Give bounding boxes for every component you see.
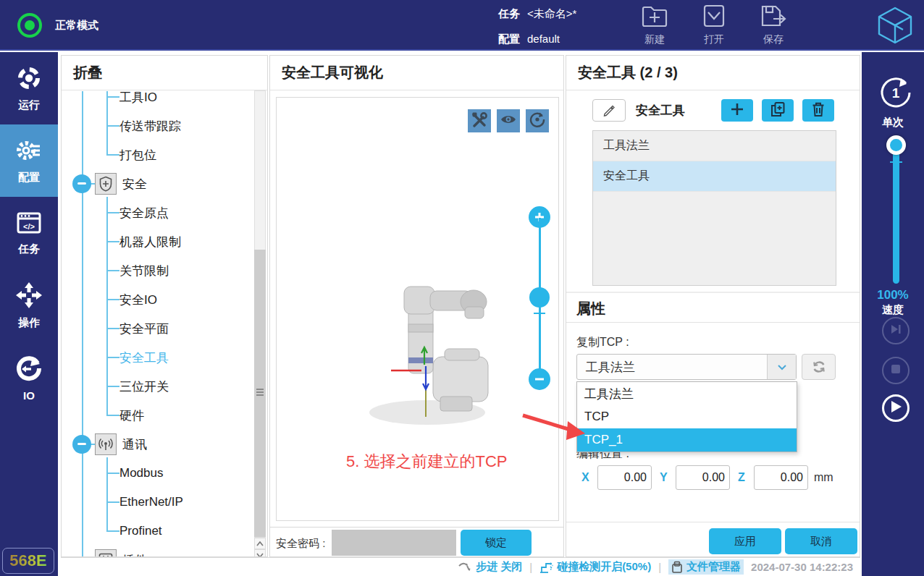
safety-password-bar: 安全密码 : 锁定 (270, 527, 563, 558)
speed-slider-handle[interactable] (886, 135, 906, 155)
collision-icon (539, 561, 553, 574)
tree-item-打包位[interactable]: 打包位 (62, 140, 250, 169)
collapse-toggle-icon[interactable] (72, 435, 91, 454)
tree-item-Modbus[interactable]: Modbus (62, 459, 250, 488)
tree-item-安全[interactable]: 安全 (62, 169, 250, 198)
tree-item-Profinet[interactable]: Profinet (62, 517, 250, 546)
rail-item-任务[interactable]: </>任务 (0, 197, 58, 269)
position-input-x[interactable] (597, 465, 652, 490)
eye-icon (500, 113, 517, 129)
eye-button[interactable] (497, 109, 520, 132)
position-input-y[interactable] (676, 465, 730, 490)
task-row: 任务<未命名>* (498, 7, 576, 21)
step-mode-status[interactable]: 步进 关闭 (458, 560, 522, 574)
tree-item-label: Profinet (119, 524, 162, 538)
open-file-button[interactable]: 打开 (695, 3, 733, 46)
tutorial-annotation: 5. 选择之前建立的TCP (346, 451, 507, 473)
collision-detection-status[interactable]: 碰撞检测开启(50%) (539, 560, 651, 574)
collapse-toggle-icon[interactable] (72, 174, 91, 193)
brand-cube-logo (875, 5, 915, 48)
io-cycle-icon (15, 355, 43, 385)
run-target-icon (16, 65, 42, 94)
visualization-title: 安全工具可视化 (282, 63, 383, 82)
config-tree-panel: 折叠 工具IO传送带跟踪打包位安全安全原点机器人限制关节限制安全IO安全平面安全… (61, 55, 268, 557)
tree-item-关节限制[interactable]: 关节限制 (62, 256, 250, 285)
tree-item-安全IO[interactable]: 安全IO (62, 285, 250, 314)
step-to-end-button[interactable] (882, 317, 910, 344)
save-button[interactable]: 保存 (755, 3, 792, 46)
cancel-button[interactable]: 取消 (785, 528, 857, 554)
rail-item-运行[interactable]: 运行 (0, 52, 58, 124)
zoom-slider-tick (534, 313, 545, 314)
tcp-dropdown[interactable]: 工具法兰 (576, 354, 797, 380)
tree-item-安全工具[interactable]: 安全工具 (62, 343, 250, 372)
tcp-option-TCP_1[interactable]: TCP_1 (577, 428, 797, 452)
rail-item-操作[interactable]: 操作 (0, 269, 58, 342)
zoom-slider-handle[interactable] (529, 287, 550, 308)
reset-view-button[interactable] (526, 109, 549, 132)
left-nav-rail: 运行配置</>任务操作IO 568E (0, 52, 58, 576)
tree-item-安全原点[interactable]: 安全原点 (62, 198, 250, 227)
duplicate-tool-button[interactable] (762, 99, 794, 122)
lock-button[interactable]: 锁定 (461, 530, 532, 556)
tree-item-EtherNet/IP[interactable]: EtherNet/IP (62, 488, 250, 517)
tree-item-安全平面[interactable]: 安全平面 (62, 314, 250, 343)
tree-item-传送带跟踪[interactable]: 传送带跟踪 (62, 111, 250, 140)
tree-item-label: 插件 (122, 552, 147, 558)
topbar-actions: 新建打开保存 (636, 3, 792, 46)
svg-text:1: 1 (892, 85, 900, 101)
add-tool-button[interactable] (721, 99, 753, 122)
play-button[interactable] (882, 394, 910, 422)
tool-list-item-工具法兰[interactable]: 工具法兰 (593, 131, 836, 161)
viewport-toolbar (468, 109, 549, 132)
tool-list-item-安全工具[interactable]: 安全工具 (593, 161, 836, 192)
rail-item-配置[interactable]: 配置 (0, 124, 58, 197)
new-file-button[interactable]: 新建 (636, 3, 673, 46)
refresh-tcp-button[interactable] (802, 354, 836, 380)
safety-tool-panel: 安全工具 (2 / 3) 安全工具 工具法兰安全工具 属性 复制TCP : 工具… (566, 55, 860, 557)
rail-item-IO[interactable]: IO (0, 342, 58, 414)
robot-arm-figure (364, 282, 537, 449)
tree-item-机器人限制[interactable]: 机器人限制 (62, 227, 250, 256)
tree-item-插件[interactable]: 插件 (62, 546, 250, 557)
tcp-option-工具法兰[interactable]: 工具法兰 (577, 382, 797, 405)
axis-label-Y: Y (660, 471, 668, 484)
position-input-z[interactable] (754, 465, 808, 490)
tree-item-label: Modbus (119, 466, 163, 480)
safety-password-label: 安全密码 : (276, 537, 325, 551)
tree-item-三位开关[interactable]: 三位开关 (62, 372, 250, 401)
tree-item-label: 安全 (122, 176, 147, 192)
tools-button[interactable] (468, 109, 491, 132)
visualization-header: 安全工具可视化 (270, 56, 563, 90)
axis-label-X: X (581, 471, 589, 484)
tool-list: 工具法兰安全工具 (592, 130, 836, 286)
file-manager-button[interactable]: 文件管理器 (668, 559, 744, 575)
robot-3d-viewport[interactable]: 5. 选择之前建立的TCP (276, 97, 559, 521)
tree-scroll-down-icon[interactable] (254, 549, 266, 557)
step-to-end-icon (889, 323, 902, 339)
collapse-label[interactable]: 折叠 (73, 63, 102, 82)
move-arrows-icon (15, 281, 43, 312)
delete-tool-button[interactable] (802, 99, 834, 122)
apply-button[interactable]: 应用 (709, 528, 781, 554)
copy-icon (770, 101, 786, 119)
tree-item-label: 安全原点 (119, 205, 169, 221)
chevron-down-icon (767, 355, 796, 379)
tcp-option-TCP[interactable]: TCP (577, 405, 797, 428)
safety-password-input[interactable] (332, 530, 456, 556)
robot-model-badge: 568E (2, 548, 54, 574)
speed-slider-tick (890, 161, 902, 163)
tree-item-通讯[interactable]: 通讯 (62, 430, 250, 459)
tree-item-工具IO[interactable]: 工具IO (62, 91, 250, 111)
single-cycle-icon[interactable]: 1 (877, 74, 915, 114)
tree-scrollbar-thumb[interactable] (254, 250, 266, 537)
config-label: 配置 (498, 33, 520, 45)
visualization-panel: 安全工具可视化 (269, 55, 564, 557)
stop-button[interactable] (882, 357, 910, 384)
edit-tool-name-button[interactable] (592, 99, 626, 122)
tree-item-硬件[interactable]: 硬件 (62, 401, 250, 430)
mode-status-icon (17, 13, 42, 38)
rail-item-label: 任务 (18, 242, 40, 256)
tree-scroll-up-icon[interactable] (254, 538, 266, 549)
zoom-out-button[interactable] (529, 368, 550, 390)
